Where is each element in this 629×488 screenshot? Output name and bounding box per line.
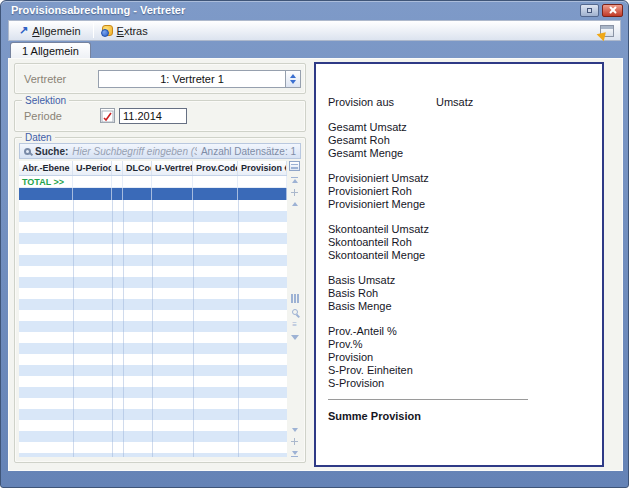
zoom-icon[interactable] — [292, 309, 298, 315]
grid-column-divider — [193, 200, 194, 457]
record-count: Anzahl Datensätze: 1 — [201, 146, 296, 157]
sort-icon[interactable]: ≡ — [292, 321, 297, 329]
calendar-picker-icon[interactable] — [100, 108, 115, 123]
spinner-up-icon — [290, 74, 296, 78]
grid-cell — [73, 188, 112, 200]
grid-body: TOTAL >> — [19, 176, 287, 457]
extras-icon — [102, 25, 113, 36]
columns-icon[interactable] — [291, 294, 299, 303]
summary-panel: Provision aus Umsatz Gesamt Umsatz Gesam… — [314, 62, 604, 467]
column-header[interactable]: DLCode — [123, 161, 152, 175]
summary-label: Prov.-Anteil % — [328, 325, 590, 338]
close-button[interactable] — [602, 4, 623, 17]
grid-column-divider — [112, 200, 113, 457]
periode-label: Periode — [24, 110, 62, 122]
column-header[interactable]: U-Vertreter — [152, 161, 193, 175]
search-placeholder: Hier Suchbegriff eingeben (STRG+S) — [72, 146, 197, 157]
vertreter-combobox[interactable]: 1: Vertreter 1 — [98, 70, 301, 88]
grid-tools-group: ≡ — [291, 294, 299, 340]
spinner-down-icon — [290, 80, 296, 84]
summary-label: Provisioniert Umsatz — [328, 172, 590, 185]
menu-separator — [93, 23, 94, 38]
summary-label: Provisioniert Roh — [328, 185, 590, 198]
column-header[interactable]: Abr.-Ebene — [19, 161, 73, 175]
grid-cell — [238, 188, 287, 200]
summary-label: Basis Menge — [328, 300, 590, 313]
summary-label: Gesamt Menge — [328, 147, 590, 160]
grid-cell — [193, 176, 238, 187]
window-title: Provisionsabrechnung - Vertreter — [11, 4, 577, 16]
scroll-down-icon[interactable] — [292, 428, 298, 432]
vertreter-groupbox: Vertreter 1: Vertreter 1 — [14, 63, 306, 94]
summary-group-skontoanteil: Skontoanteil Umsatz Skontoanteil Roh Sko… — [328, 223, 590, 262]
scroll-up-icon[interactable] — [292, 202, 298, 206]
menu-label-extras: Extras — [117, 25, 148, 37]
grid-search-bar[interactable]: Suche: Hier Suchbegriff eingeben (STRG+S… — [19, 143, 301, 159]
grid-cell — [238, 176, 287, 187]
grid-cell — [152, 188, 193, 200]
summary-label: Skontoanteil Umsatz — [328, 223, 590, 236]
column-header[interactable]: L — [112, 161, 123, 175]
row-append-icon[interactable] — [291, 438, 298, 445]
summary-label: Provision — [328, 351, 590, 364]
diagonal-arrow-icon: ↗ — [19, 25, 28, 36]
content-area: Vertreter 1: Vertreter 1 Selektion Perio… — [8, 58, 623, 471]
summary-label: Basis Umsatz — [328, 274, 590, 287]
summary-label: Basis Roh — [328, 287, 590, 300]
grid-column-divider — [238, 200, 239, 457]
column-header[interactable]: Provision € — [238, 161, 287, 175]
summary-label: Prov.% — [328, 338, 590, 351]
scroll-to-bottom-icon[interactable] — [291, 451, 298, 457]
detach-window-icon[interactable] — [600, 25, 614, 37]
total-cell: TOTAL >> — [19, 176, 73, 187]
grid-empty-rows — [19, 200, 287, 457]
selektion-groupbox-title: Selektion — [22, 95, 69, 106]
grid-cell — [73, 176, 112, 187]
summe-provision-label: Summe Provision — [328, 410, 590, 422]
filter-icon[interactable] — [291, 335, 299, 340]
provision-aus-label: Provision aus — [328, 96, 394, 108]
daten-groupbox: Daten Suche: Hier Suchbegriff eingeben (… — [14, 137, 306, 463]
tab-allgemein[interactable]: 1 Allgemein — [10, 42, 91, 59]
summary-group-basis: Basis Umsatz Basis Roh Basis Menge — [328, 274, 590, 313]
tab-strip: 1 Allgemein — [10, 41, 91, 58]
grid-cell — [19, 188, 73, 200]
menu-item-extras[interactable]: Extras — [98, 22, 156, 39]
summary-content: Provision aus Umsatz Gesamt Umsatz Gesam… — [316, 64, 602, 422]
summary-label: Skontoanteil Menge — [328, 249, 590, 262]
title-bar: Provisionsabrechnung - Vertreter — [1, 1, 628, 19]
scroll-to-top-icon[interactable] — [291, 177, 298, 183]
grid-selected-row[interactable] — [19, 188, 287, 200]
summary-label: Skontoanteil Roh — [328, 236, 590, 249]
summary-label: Gesamt Umsatz — [328, 121, 590, 134]
column-header[interactable]: Prov.Code — [193, 161, 238, 175]
column-header[interactable]: U-Periode — [73, 161, 112, 175]
grid-total-row[interactable]: TOTAL >> — [19, 176, 287, 188]
menu-label-allgemein: Allgemein — [32, 25, 80, 37]
summary-label: Provisioniert Menge — [328, 198, 590, 211]
grid-header-row: Abr.-Ebene U-Periode L DLCode U-Vertrete… — [19, 161, 287, 176]
summary-group-provision: Prov.-Anteil % Prov.% Provision S-Prov. … — [328, 325, 590, 390]
row-insert-icon[interactable] — [291, 189, 298, 196]
menu-bar: ↗ Allgemein Extras — [8, 20, 621, 41]
vertreter-label: Vertreter — [24, 73, 66, 85]
grid-side-toolbar: ≡ — [287, 161, 302, 457]
summary-row: Provision aus Umsatz — [328, 96, 590, 109]
menu-item-allgemein[interactable]: ↗ Allgemein — [15, 22, 89, 39]
summary-label: S-Prov. Einheiten — [328, 364, 590, 377]
summary-group-provisioniert: Provisioniert Umsatz Provisioniert Roh P… — [328, 172, 590, 211]
search-icon — [24, 148, 31, 155]
grid-column-divider — [73, 200, 74, 457]
grid-cell — [123, 176, 152, 187]
search-label: Suche: — [35, 146, 68, 157]
provision-aus-value: Umsatz — [436, 96, 473, 109]
summary-label: Gesamt Roh — [328, 134, 590, 147]
periode-input[interactable] — [119, 108, 187, 124]
grid-nav-bottom-group — [291, 428, 298, 457]
grid-column-divider — [123, 200, 124, 457]
column-chooser-icon[interactable] — [289, 161, 300, 171]
vertreter-spinner-button[interactable] — [285, 71, 300, 87]
grid-cell — [112, 188, 123, 200]
minimize-button[interactable] — [580, 4, 599, 17]
vertreter-combobox-value: 1: Vertreter 1 — [99, 71, 285, 87]
